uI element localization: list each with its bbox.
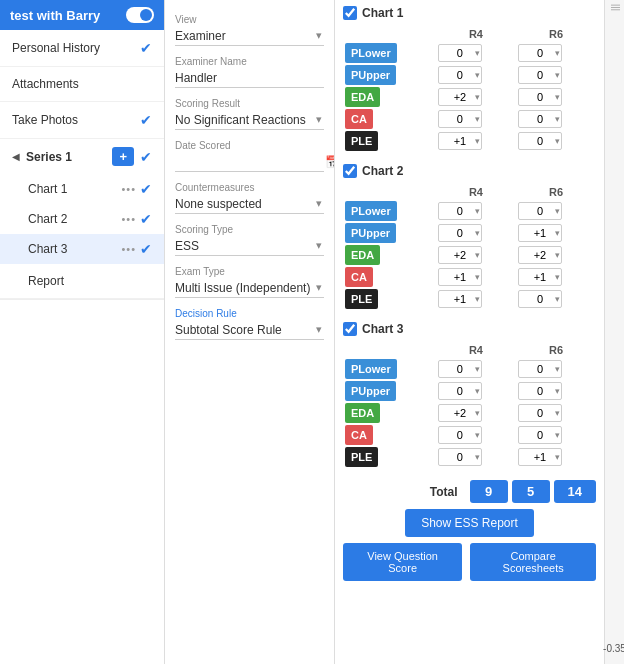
plower-r6-2-select[interactable]: 0+1+2-1-2 [518, 202, 562, 220]
decision-rule-select-wrapper[interactable]: Subtotal Score Rule [175, 321, 324, 340]
sidebar: test with Barry Personal History ✔ Attac… [0, 0, 165, 664]
ple-r4-2-select[interactable]: +10+2-1-2 [438, 290, 482, 308]
plower-label-2: PLower [345, 201, 397, 221]
countermeasures-select[interactable]: None suspected [175, 195, 324, 214]
right-panel-value: -0.35 [603, 643, 624, 654]
view-question-score-button[interactable]: View Question Score [343, 543, 462, 581]
ple-r4-3-select[interactable]: 0+1+2-1-2 [438, 448, 482, 466]
total-r4: 9 [470, 480, 508, 503]
ca-r6-2-select[interactable]: +10+2-1-2 [518, 268, 562, 286]
sidebar-toggle[interactable] [126, 7, 154, 23]
right-panel: ||| -0.35 [604, 0, 624, 664]
sidebar-title: test with Barry [10, 8, 100, 23]
sidebar-item-attachments[interactable]: Attachments [0, 67, 164, 102]
pupper-r6-1-select[interactable]: 0+1+2-1-2 [518, 66, 562, 84]
examiner-name-input[interactable] [175, 69, 324, 88]
eda-label-2: EDA [345, 245, 380, 265]
plower-r6-1-select[interactable]: 0+1+2-1-2 [518, 44, 562, 62]
countermeasures-select-wrapper[interactable]: None suspected [175, 195, 324, 214]
ple-r6-1-select[interactable]: 0+1+2-1-2 [518, 132, 562, 150]
chart-2-left: Chart 2 [28, 212, 67, 226]
scoring-type-select-wrapper[interactable]: ESS [175, 237, 324, 256]
ple-r4-1-select[interactable]: +10+2-1-2 [438, 132, 482, 150]
exam-type-select-wrapper[interactable]: Multi Issue (Independent) [175, 279, 324, 298]
chart-1-checkbox[interactable] [343, 6, 357, 20]
date-scored-input[interactable] [175, 153, 325, 171]
plower-r6-3-select[interactable]: 0+1+2-1-2 [518, 360, 562, 378]
sidebar-item-personal-history[interactable]: Personal History ✔ [0, 30, 164, 67]
table-row: PLower 0+1+2-1-2 0+1+2-1-2 [343, 42, 596, 64]
check-icon-series: ✔ [140, 149, 152, 165]
pupper-r4-2-select[interactable]: 0+1+2-1-2 [438, 224, 482, 242]
compare-scoresheets-button[interactable]: Compare Scoresheets [470, 543, 596, 581]
examiner-name-label: Examiner Name [175, 56, 324, 67]
scoring-result-select[interactable]: No Significant Reactions [175, 111, 324, 130]
main-area: View Examiner Examiner Name Scoring Resu… [165, 0, 624, 664]
sidebar-chart-2[interactable]: Chart 2 ••• ✔ [0, 204, 164, 234]
scoring-result-select-wrapper[interactable]: No Significant Reactions [175, 111, 324, 130]
plower-label-1: PLower [345, 43, 397, 63]
eda-r4-1-select[interactable]: +20+1-1-2 [438, 88, 482, 106]
chart-1-left: Chart 1 [28, 182, 67, 196]
date-scored-label: Date Scored [175, 140, 324, 151]
sidebar-report[interactable]: Report [0, 264, 164, 299]
view-select[interactable]: Examiner [175, 27, 324, 46]
eda-label-1: EDA [345, 87, 380, 107]
pupper-r4-3-select[interactable]: 0+1+2-1-2 [438, 382, 482, 400]
chart-1-section: Chart 1 R4 R6 PLower 0+1+2-1-2 0+1+2-1-2 [343, 6, 596, 152]
series-header[interactable]: ◀ Series 1 + ✔ [0, 139, 164, 174]
eda-r6-3-select[interactable]: 0+1+2-1-2 [518, 404, 562, 422]
chart-1-dots[interactable]: ••• [121, 183, 136, 195]
eda-r4-3-select[interactable]: +20+1-1-2 [438, 404, 482, 422]
chart-3-checkbox[interactable] [343, 322, 357, 336]
ple-r6-2-select[interactable]: 0+1+2-1-2 [518, 290, 562, 308]
table-row: PLE +10+2-1-2 0+1+2-1-2 [343, 288, 596, 310]
exam-type-select[interactable]: Multi Issue (Independent) [175, 279, 324, 298]
chart-1-label: Chart 1 [28, 182, 67, 196]
ca-r4-2-select[interactable]: +10+2-1-2 [438, 268, 482, 286]
exam-type-label: Exam Type [175, 266, 324, 277]
ca-r6-1-select[interactable]: 0+1+2-1-2 [518, 110, 562, 128]
show-report-button[interactable]: Show ESS Report [405, 509, 534, 537]
view-select-wrapper[interactable]: Examiner [175, 27, 324, 46]
chart-2-checkbox[interactable] [343, 164, 357, 178]
total-grand: 14 [554, 480, 596, 503]
total-label: Total [430, 485, 458, 499]
eda-r6-1-select[interactable]: 0+1+2-1-2 [518, 88, 562, 106]
eda-r6-2-select[interactable]: +20+1-1-2 [518, 246, 562, 264]
plower-r4-1-select[interactable]: 0+1+2-1-2 [438, 44, 482, 62]
ca-r6-3-select[interactable]: 0+1+2-1-2 [518, 426, 562, 444]
calendar-icon[interactable]: 📅 [325, 155, 335, 169]
chart-2-section: Chart 2 R4 R6 PLower 0+1+2-1-2 0+1+2-1-2 [343, 164, 596, 310]
series-label: Series 1 [26, 150, 106, 164]
ca-r4-1-select[interactable]: 0+1+2-1-2 [438, 110, 482, 128]
chart-3-section: Chart 3 R4 R6 PLower 0+1+2-1-2 0+1+2-1-2 [343, 322, 596, 468]
sidebar-chart-1[interactable]: Chart 1 ••• ✔ [0, 174, 164, 204]
pupper-r6-2-select[interactable]: +10+2-1-2 [518, 224, 562, 242]
scoring-type-select[interactable]: ESS [175, 237, 324, 256]
plower-r4-3-select[interactable]: 0+1+2-1-2 [438, 360, 482, 378]
col-empty-2 [343, 184, 436, 200]
series-add-button[interactable]: + [112, 147, 134, 166]
table-row: PLE +10+2-1-2 0+1+2-1-2 [343, 130, 596, 152]
ca-r4-3-select[interactable]: 0+1+2-1-2 [438, 426, 482, 444]
pupper-r4-1-select[interactable]: 0+1+2-1-2 [438, 66, 482, 84]
ple-label-3: PLE [345, 447, 378, 467]
sidebar-item-take-photos[interactable]: Take Photos ✔ [0, 102, 164, 139]
col-empty-3 [343, 342, 436, 358]
plower-r4-2-select[interactable]: 0+1+2-1-2 [438, 202, 482, 220]
ple-r6-3-select[interactable]: +10+2-1-2 [518, 448, 562, 466]
table-row: PUpper 0+1+2-1-2 +10+2-1-2 [343, 222, 596, 244]
check-icon-chart1: ✔ [140, 181, 152, 197]
eda-r4-2-select[interactable]: +20+1-1-2 [438, 246, 482, 264]
pupper-r6-3-select[interactable]: 0+1+2-1-2 [518, 382, 562, 400]
sidebar-chart-3[interactable]: Chart 3 ••• ✔ [0, 234, 164, 264]
col-r6-3: R6 [516, 342, 596, 358]
decision-rule-select[interactable]: Subtotal Score Rule [175, 321, 324, 340]
col-r4-3: R4 [436, 342, 516, 358]
table-row: CA 0+1+2-1-2 0+1+2-1-2 [343, 108, 596, 130]
check-icon-take-photos: ✔ [140, 112, 152, 128]
chart-2-dots[interactable]: ••• [121, 213, 136, 225]
chart-3-dots[interactable]: ••• [121, 243, 136, 255]
series-section: ◀ Series 1 + ✔ Chart 1 ••• ✔ Chart 2 •••… [0, 139, 164, 300]
